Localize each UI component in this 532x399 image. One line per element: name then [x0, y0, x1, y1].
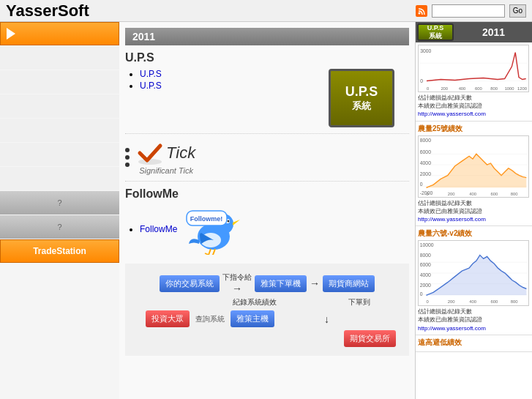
svg-text:0: 0: [420, 78, 423, 83]
svg-text:0: 0: [426, 299, 429, 304]
svg-text:200: 200: [441, 86, 448, 91]
svg-text:2000: 2000: [420, 283, 431, 288]
followme-title: FollowMe: [125, 187, 409, 201]
followme-section: FollowMe FollowMe: [125, 187, 409, 255]
svg-text:10000: 10000: [420, 242, 434, 247]
search-button[interactable]: Go: [509, 4, 526, 18]
divider-1: [125, 133, 409, 134]
svg-text:8000: 8000: [420, 137, 431, 142]
chart-area-3: 10000 8000 6000 4000 2000 0 0 200 400 60…: [418, 240, 529, 306]
sidebar-empty-4: [0, 119, 119, 142]
flow-box-order-machine: 雅策下單機: [255, 275, 307, 292]
sidebar-arrow-item[interactable]: [0, 22, 119, 45]
tick-container: Tick Significant Tick: [125, 140, 409, 175]
svg-text:0: 0: [427, 86, 429, 91]
right-panel: U.P.S 系統 2011 3000 0 0 200: [415, 22, 532, 399]
followme-link[interactable]: FollowMe: [140, 224, 177, 234]
svg-text:0: 0: [420, 182, 423, 187]
flow-row-2: 紀錄系統績效 下單到: [131, 297, 403, 307]
flow-query-label: 查詢系統: [195, 314, 225, 324]
tick-checkmark-icon: [137, 140, 163, 166]
svg-marker-51: [426, 256, 526, 296]
chart-area-2: 8000 6000 4000 2000 0 -2000 0 200 400 60…: [418, 135, 529, 198]
chart-info-3: 估計總損益/紀錄天數 本績效已由雅策資訊認證 http://www.yasser…: [418, 307, 530, 332]
flow-label-1: 下指令給: [222, 272, 252, 283]
sidebar: ? ? TradeStation: [0, 22, 119, 399]
svg-text:600: 600: [490, 299, 498, 304]
svg-line-8: [213, 249, 215, 255]
svg-point-6: [228, 220, 230, 223]
svg-text:600: 600: [490, 192, 498, 196]
dot-2: [125, 155, 130, 160]
svg-point-0: [418, 12, 420, 14]
year-bar: 2011: [125, 28, 409, 45]
flow-arrow-2: →: [310, 277, 320, 289]
svg-text:200: 200: [448, 299, 456, 304]
svg-text:600: 600: [475, 86, 482, 91]
svg-text:6000: 6000: [420, 149, 431, 154]
ups-section: U.P.S U.P.S 系統 U.P.S U.P.S: [125, 51, 409, 127]
sidebar-item-tradestation[interactable]: TradeStation: [0, 239, 119, 263]
sidebar-item-q1[interactable]: ?: [0, 191, 119, 215]
svg-marker-35: [427, 154, 527, 187]
ups-logo-subtext: 系統: [352, 100, 371, 113]
flow-row-3: 投資大眾 查詢系統 雅策主機 ↓: [131, 310, 403, 327]
chart-panel-3: 農量六號-v2績效 10000 8000 6000 4000 2000 0: [416, 226, 532, 335]
tick-subtitle: Significant Tick: [139, 166, 193, 175]
ups-link-1[interactable]: U.P.S: [140, 69, 162, 79]
ups-title: U.P.S: [125, 51, 409, 64]
rss-icon[interactable]: [416, 5, 427, 17]
flow-box-exchange: 期貨交易所: [344, 330, 396, 347]
chart-title-3: 農量六號-v2績效: [418, 228, 530, 239]
right-logo: U.P.S 系統: [417, 23, 454, 41]
search-input[interactable]: [432, 4, 505, 18]
svg-text:4000: 4000: [420, 272, 431, 277]
dot-3: [125, 163, 130, 167]
svg-text:6000: 6000: [420, 262, 431, 267]
svg-line-9: [205, 253, 209, 255]
chart-panel-4: 遠高避低績效: [416, 335, 532, 352]
right-panel-header: U.P.S 系統 2011: [416, 22, 532, 42]
followme-list: FollowMe: [125, 224, 177, 234]
sidebar-empty-1: [0, 46, 119, 70]
flow-row-4: 期貨交易所: [131, 330, 403, 347]
content-area: 2011 U.P.S U.P.S 系統 U.P.S U.P.S: [119, 22, 415, 399]
flow-down-arrow: ↓: [324, 313, 329, 325]
tick-logo: Tick Significant Tick: [137, 140, 195, 175]
followme-list-item: FollowMe: [140, 224, 177, 234]
sidebar-empty-5: [0, 143, 119, 166]
svg-text:800: 800: [511, 192, 519, 196]
svg-text:400: 400: [459, 86, 466, 91]
svg-line-7: [209, 249, 211, 255]
svg-text:Followme!: Followme!: [190, 215, 223, 223]
flow-box-futures-site: 期貨商網站: [323, 275, 375, 292]
main-layout: ? ? TradeStation 2011 U.P.S U.P.S 系統 U.: [0, 22, 532, 399]
svg-text:4000: 4000: [420, 160, 431, 165]
chart-area-1: 3000 0 0 200 400 600 800 1000 1200: [418, 45, 529, 92]
header: YasserSoft Go: [0, 0, 532, 22]
sidebar-item-q2[interactable]: ?: [0, 215, 119, 239]
flow-record-label: 紀錄系統績效: [233, 297, 277, 307]
chart-info-1: 估計總損益/紀錄天數 本績效已由雅策資訊認證 http://www.yasser…: [418, 94, 530, 119]
twitter-followme-image: Followme!: [183, 204, 241, 255]
sidebar-empty-3: [0, 94, 119, 118]
svg-text:0: 0: [420, 291, 423, 297]
svg-text:400: 400: [469, 299, 477, 304]
flow-down-label: 下單到: [348, 297, 370, 307]
chart-panel-2: 農量25號績效 8000 6000 4000 2000 0 -2000: [416, 122, 532, 227]
right-year: 2011: [455, 22, 532, 42]
chart-title-2: 農量25號績效: [418, 124, 530, 134]
flow-box-your-system: 你的交易系統: [160, 275, 220, 292]
ups-link-2[interactable]: U.P.S: [140, 81, 162, 91]
header-right: Go: [416, 4, 526, 18]
flow-down-arrow-wrap: ↓: [324, 313, 329, 325]
svg-text:400: 400: [469, 192, 477, 196]
site-logo: YasserSoft: [6, 1, 89, 20]
sidebar-empty-6: [0, 167, 119, 190]
divider-2: [125, 181, 409, 182]
sidebar-empty-2: [0, 70, 119, 94]
svg-text:200: 200: [448, 192, 456, 196]
followme-content: FollowMe: [125, 204, 409, 255]
flow-box-host: 雅策主機: [231, 310, 274, 327]
arrow-icon: [7, 28, 15, 40]
